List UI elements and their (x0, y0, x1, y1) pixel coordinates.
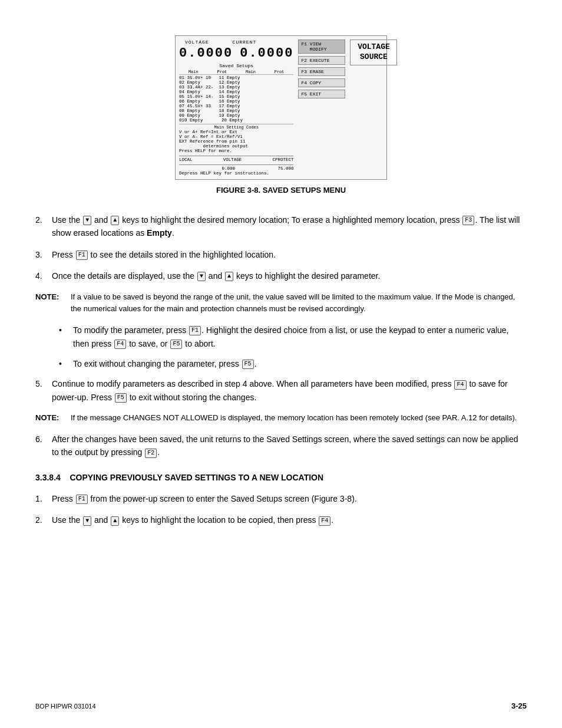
f1-key: F1 (76, 251, 88, 260)
bullet-dot-2: • (59, 357, 67, 370)
fkey-3: F3 ERASE (298, 67, 345, 76)
code-line: determines output (179, 144, 293, 149)
voltage-source-label: VOLTAGE SOURCE (350, 39, 397, 65)
numbered-item-3: 3. Press F1 to see the details stored in… (35, 248, 527, 261)
f4-key-3: F4 (319, 516, 330, 526)
f4-key: F4 (114, 340, 126, 349)
item-text-4: Once the details are displayed, use the … (52, 269, 527, 282)
empty-bold: Empty (147, 228, 172, 238)
note-block-2: NOTE: If the message CHANGES NOT ALLOWED… (35, 412, 527, 424)
f1-key-2: F1 (189, 326, 201, 335)
sub-item-1: 1. Press F1 from the power-up screen to … (35, 492, 527, 505)
section-title: COPYING PREVIOUSLY SAVED SETTINGS TO A N… (70, 473, 323, 482)
current-label: CURRENT (233, 39, 257, 45)
page-footer: BOP HIPWR 031014 3-25 (35, 701, 527, 710)
saved-setups-content: Saved Setups Main Prot Main Prot 01 35.0… (179, 63, 293, 153)
codes-lines: V or A+ Ref=Int or Ext V or A- Ref = Ext… (179, 130, 293, 153)
item-text-6: After the changes have been saved, the u… (52, 433, 527, 459)
sub-item-number-1: 1. (35, 492, 47, 505)
bullet-item-1: • To modify the parameter, press F1. Hig… (59, 324, 527, 350)
setup-row: 05 15.0V+ 14- 15 Empty (179, 94, 293, 99)
setup-row: 06 Empty 16 Empty (179, 99, 293, 104)
col-h2: Prot (217, 70, 227, 74)
footer-right: 3-25 (511, 701, 527, 710)
section-heading: 3.3.8.4 COPYING PREVIOUSLY SAVED SETTING… (35, 471, 527, 484)
sub-item-text-1: Press F1 from the power-up screen to ent… (52, 492, 527, 505)
fkey-2: F2 EXECUTE (298, 56, 345, 65)
display-values: 0.0000 0.0000 (179, 46, 293, 61)
numbered-item-2: 2. Use the ▼ and ▲ keys to highlight the… (35, 213, 527, 240)
voltage-label: VOLTAGE (185, 39, 209, 45)
setup-row: 01 35.0V+ 10 11 Empty (179, 75, 293, 80)
f2-key: F2 (145, 449, 157, 458)
up-arrow-key: ▲ (111, 216, 119, 225)
status-v-value: 0.000 (222, 166, 235, 171)
setup-row: 07 45.5V+ 33 17 Empty (179, 104, 293, 108)
bullet-text-1: To modify the parameter, press F1. Highl… (73, 324, 527, 350)
content-body: 2. Use the ▼ and ▲ keys to highlight the… (35, 213, 527, 527)
status-values: 0.000 75.000 (179, 164, 293, 171)
code-line: EXT Reference from pin 11 (179, 139, 293, 144)
note-label-2: NOTE: (35, 412, 64, 424)
item-number-4: 4. (35, 269, 47, 282)
help-text: Depress HELP key for instructions. (179, 171, 293, 176)
section-number: 3.3.8.4 (35, 473, 61, 482)
item-number-2: 2. (35, 213, 47, 240)
numbered-item-5: 5. Continue to modify parameters as desc… (35, 377, 527, 404)
sub-item-text-2: Use the ▼ and ▲ keys to highlight the lo… (52, 513, 527, 526)
note-block-1: NOTE: If a value to be saved is beyond t… (35, 291, 527, 316)
code-line: V or A- Ref = Ext/Ref/Vl (179, 134, 293, 139)
figure-container: VOLTAGE CURRENT 0.0000 0.0000 Saved Setu… (35, 35, 527, 206)
display-labels: VOLTAGE CURRENT (179, 39, 293, 45)
f5-key: F5 (170, 340, 182, 349)
saved-setups-title: Saved Setups (179, 63, 293, 68)
setup-row: 010 Empty 20 Empty (179, 118, 293, 123)
bullet-text-2: To exit without changing the parameter, … (73, 357, 527, 370)
function-keys: F1 VIEW MODIFY F2 EXECUTE F3 ERASE F4 CO… (298, 39, 345, 98)
status-c-value: 75.000 (277, 166, 293, 171)
sub-item-2: 2. Use the ▼ and ▲ keys to highlight the… (35, 513, 527, 526)
setup-row: 09 Empty 19 Empty (179, 113, 293, 118)
f5-key-3: F5 (115, 393, 127, 403)
item-number-5: 5. (35, 377, 47, 404)
col-h1: Main (189, 70, 199, 74)
note-text-1: If a value to be saved is beyond the ran… (71, 291, 527, 316)
item-text-3: Press F1 to see the details stored in th… (52, 248, 527, 261)
fkey-5: F5 EXIT (298, 90, 345, 98)
item-number-6: 6. (35, 433, 47, 459)
current-value: 0.0000 (240, 46, 293, 61)
instrument-display: VOLTAGE CURRENT 0.0000 0.0000 Saved Setu… (175, 35, 387, 180)
f5-key-2: F5 (242, 360, 254, 369)
fkey-1: F1 VIEW MODIFY (298, 39, 345, 54)
f3-key: F3 (462, 216, 474, 225)
footer-left: BOP HIPWR 031014 (35, 703, 96, 710)
item-text-5: Continue to modify parameters as describ… (52, 377, 527, 404)
setup-rows: 01 35.0V+ 10 11 Empty 02 Empty 12 Empty … (179, 75, 293, 123)
code-line: Press HELP for more. (179, 149, 293, 153)
note-label-1: NOTE: (35, 291, 64, 316)
up-arrow-key-2: ▲ (225, 272, 233, 281)
numbered-item-4: 4. Once the details are displayed, use t… (35, 269, 527, 282)
code-line: V or A+ Ref=Int or Ext (179, 130, 293, 134)
item-text-2: Use the ▼ and ▲ keys to highlight the de… (52, 213, 527, 240)
down-arrow-key: ▼ (83, 216, 91, 225)
numbered-item-6: 6. After the changes have been saved, th… (35, 433, 527, 459)
col-h3: Main (246, 70, 256, 74)
up-arrow-key-3: ▲ (111, 516, 119, 526)
setup-row: 08 Empty 18 Empty (179, 108, 293, 113)
f4-key-2: F4 (454, 380, 466, 390)
status-local: LOCAL (179, 157, 193, 162)
fkey-4: F4 COPY (298, 78, 345, 87)
setup-row: 02 Empty 12 Empty (179, 80, 293, 85)
status-bar: LOCAL VOLTAGE CPROTECT (179, 156, 293, 162)
col-h4: Prot (275, 70, 285, 74)
bullet-item-2: • To exit without changing the parameter… (59, 357, 527, 370)
note-text-2: If the message CHANGES NOT ALLOWED is di… (71, 412, 527, 424)
down-arrow-key-2: ▼ (197, 272, 206, 281)
codes-title: Main Setting Codes (179, 124, 293, 130)
setup-row: 04 Empty 14 Empty (179, 90, 293, 94)
voltage-value: 0.0000 (179, 46, 233, 61)
f1-key-3: F1 (76, 495, 88, 504)
status-voltage: VOLTAGE (223, 157, 242, 162)
sub-item-number-2: 2. (35, 513, 47, 526)
